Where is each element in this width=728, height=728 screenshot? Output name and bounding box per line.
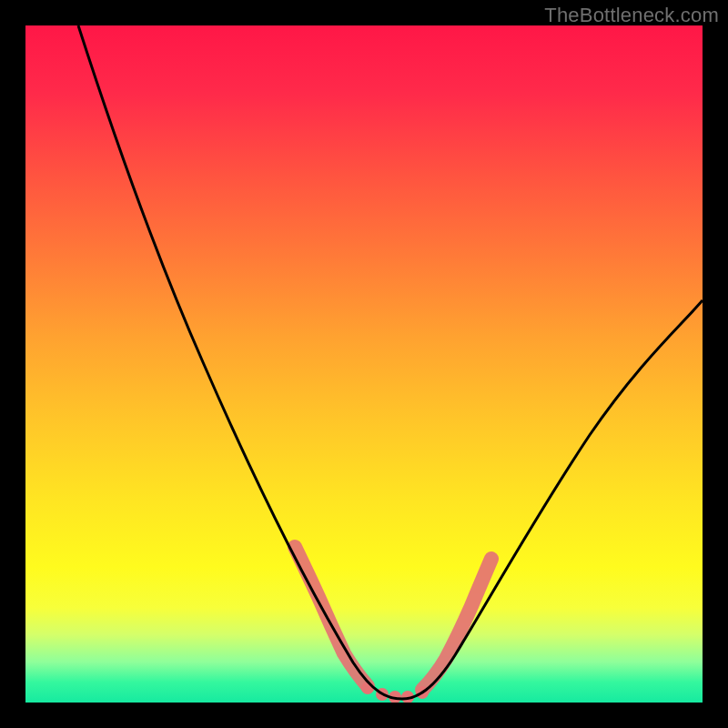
bottleneck-curve-svg bbox=[25, 25, 703, 703]
chart-plot-area bbox=[25, 25, 703, 703]
bottleneck-curve-path bbox=[78, 25, 703, 699]
chart-frame: TheBottleneck.com bbox=[0, 0, 728, 728]
bottleneck-highlight-left bbox=[295, 547, 368, 686]
watermark-text: TheBottleneck.com bbox=[544, 4, 719, 27]
